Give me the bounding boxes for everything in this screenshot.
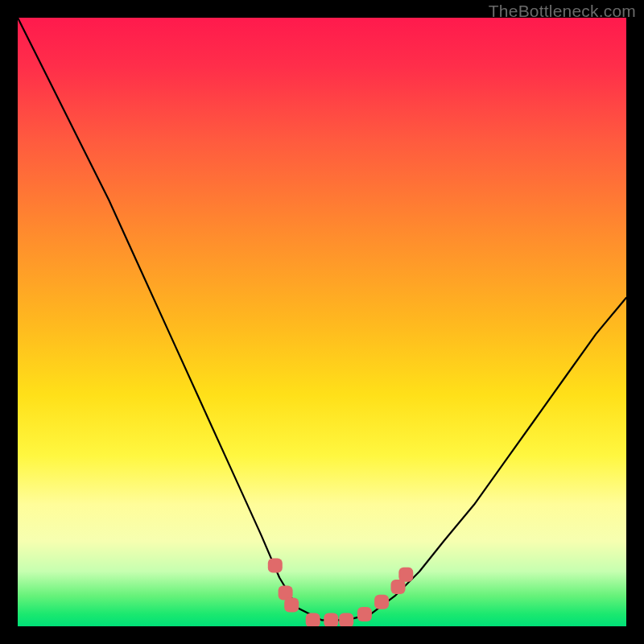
chart-svg	[18, 18, 626, 626]
plot-area	[18, 18, 626, 626]
curve-layer	[18, 18, 626, 620]
watermark-text: TheBottleneck.com	[489, 2, 636, 21]
data-marker	[357, 607, 372, 621]
series-curve	[18, 18, 626, 620]
data-marker	[374, 595, 389, 609]
marker-layer	[268, 558, 414, 626]
data-marker	[306, 613, 320, 626]
data-marker	[398, 568, 413, 582]
chart-container: TheBottleneck.com	[0, 0, 644, 644]
data-marker	[339, 613, 353, 626]
data-marker	[284, 598, 299, 613]
data-marker	[324, 613, 338, 626]
data-marker	[268, 558, 283, 572]
